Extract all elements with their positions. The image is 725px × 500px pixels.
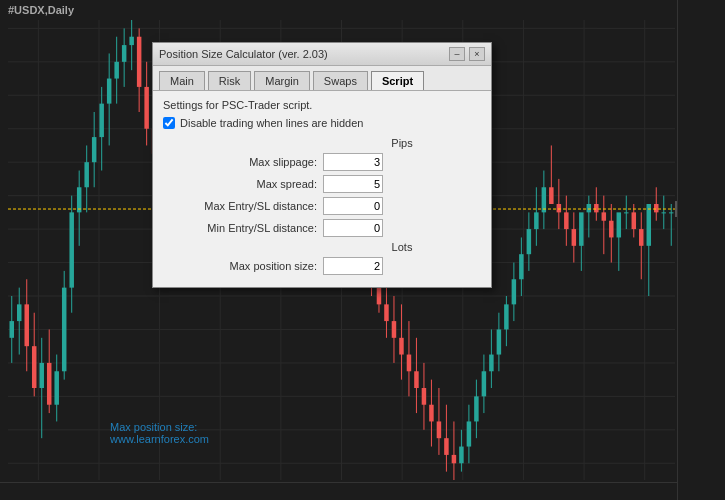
lots-header: Lots	[163, 241, 481, 253]
lots-fields: Max position size:	[163, 257, 481, 275]
pips-fields: Max slippage: Max spread: Max Entry/SL d…	[163, 153, 481, 237]
date-labels	[0, 482, 677, 500]
field-input[interactable]	[323, 175, 383, 193]
calculator-dialog: Position Size Calculator (ver. 2.03) – ×…	[152, 42, 492, 288]
tab-margin[interactable]: Margin	[254, 71, 310, 90]
disable-trading-label: Disable trading when lines are hidden	[180, 117, 363, 129]
field-label: Max spread:	[163, 178, 323, 190]
dialog-tabs: MainRiskMarginSwapsScript	[153, 66, 491, 91]
field-row: Max position size:	[163, 257, 481, 275]
field-label: Max Entry/SL distance:	[163, 200, 323, 212]
settings-label: Settings for PSC-Trader script.	[163, 99, 481, 111]
field-input[interactable]	[323, 197, 383, 215]
close-button[interactable]: ×	[469, 47, 485, 61]
price-labels	[677, 0, 725, 500]
tab-swaps[interactable]: Swaps	[313, 71, 368, 90]
field-label: Max position size:	[163, 260, 323, 272]
field-row: Max spread:	[163, 175, 481, 193]
field-label: Max slippage:	[163, 156, 323, 168]
minimize-button[interactable]: –	[449, 47, 465, 61]
chart-title: #USDX,Daily	[8, 4, 74, 16]
watermark: Max position size: www.learnforex.com	[110, 421, 209, 445]
watermark-line2: www.learnforex.com	[110, 433, 209, 445]
tab-risk[interactable]: Risk	[208, 71, 251, 90]
field-input[interactable]	[323, 219, 383, 237]
dialog-content: Settings for PSC-Trader script. Disable …	[153, 91, 491, 287]
field-label: Min Entry/SL distance:	[163, 222, 323, 234]
tab-script[interactable]: Script	[371, 71, 424, 90]
pips-header: Pips	[163, 137, 481, 149]
field-row: Max Entry/SL distance:	[163, 197, 481, 215]
dialog-controls: – ×	[449, 47, 485, 61]
dialog-title: Position Size Calculator (ver. 2.03)	[159, 48, 328, 60]
tab-main[interactable]: Main	[159, 71, 205, 90]
checkbox-row: Disable trading when lines are hidden	[163, 117, 481, 129]
field-input[interactable]	[323, 153, 383, 171]
field-row: Min Entry/SL distance:	[163, 219, 481, 237]
dialog-titlebar: Position Size Calculator (ver. 2.03) – ×	[153, 43, 491, 66]
field-row: Max slippage:	[163, 153, 481, 171]
field-input[interactable]	[323, 257, 383, 275]
disable-trading-checkbox[interactable]	[163, 117, 175, 129]
watermark-line1: Max position size:	[110, 421, 209, 433]
